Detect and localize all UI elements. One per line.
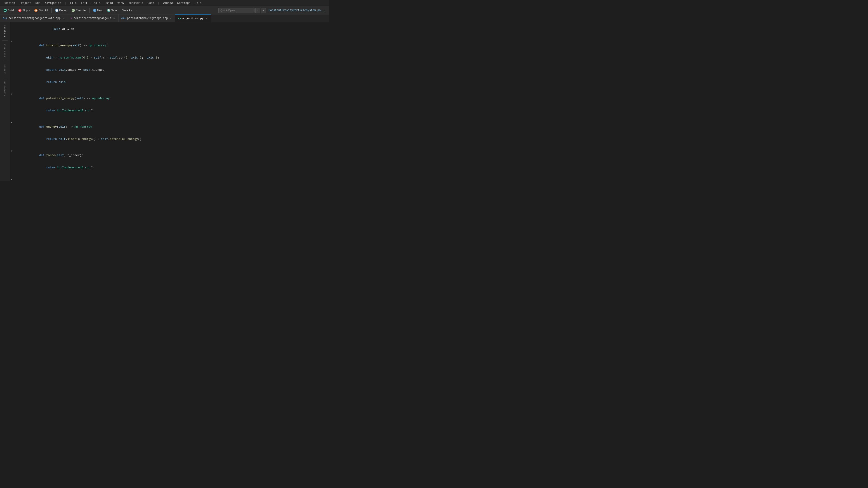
fold-arrow[interactable]: ▼ <box>10 92 13 96</box>
tab-persistentmovingrangeprivate[interactable]: C++ persistentmovingrangeprivate.cpp × <box>0 14 68 22</box>
stop-label: Stop <box>22 9 28 12</box>
toolbar: ▶ Build ■ Stop ▾ ■ Stop All ⬤ Debug ▷ Ex… <box>0 6 329 14</box>
save-label: Save <box>111 9 117 12</box>
menu-sep2: | <box>157 2 160 5</box>
sidebar-divider-1 <box>2 40 8 41</box>
sidebar-label-filesystem: Filesystem <box>4 81 6 96</box>
main-area: Projects Documents Classes Filesystem se… <box>0 22 329 181</box>
menu-settings[interactable]: Settings <box>176 1 192 5</box>
build-button[interactable]: ▶ Build <box>2 8 16 13</box>
code-text: ekin = np.sum(np.sum(0.5 * self.m * self… <box>13 52 327 64</box>
code-text: raise NotImplementedError() <box>13 162 327 174</box>
sidebar-label-documents: Documents <box>4 43 6 57</box>
toolbar-sep1 <box>51 8 52 13</box>
save-icon: 💾 <box>107 9 110 12</box>
nav-back-button[interactable]: ‹ <box>255 8 260 13</box>
fold-arrow[interactable]: ▼ <box>10 149 13 153</box>
debug-button[interactable]: ⬤ Debug <box>53 8 69 13</box>
table-row <box>10 88 329 92</box>
new-icon: + <box>93 9 96 12</box>
table-row: return self.kinetic_energy() + self.pote… <box>10 133 329 145</box>
build-icon: ▶ <box>4 9 7 12</box>
table-row: raise NotImplementedError() <box>10 105 329 117</box>
menu-file[interactable]: File <box>68 1 79 5</box>
table-row: raise NotImplementedError() <box>10 162 329 174</box>
tab-algorithms-py[interactable]: Py algorithms.py × <box>175 14 211 22</box>
menu-navigation[interactable]: Navigation <box>43 1 63 5</box>
menu-help[interactable]: Help <box>193 1 203 5</box>
menu-tools[interactable]: Tools <box>90 1 102 5</box>
tab-icon-h: H <box>71 17 72 20</box>
tab-close-2[interactable]: × <box>113 17 116 20</box>
quick-open-input[interactable] <box>218 8 254 13</box>
tab-icon-cpp1: C++ <box>3 17 7 20</box>
sidebar-icons: Projects Documents Classes Filesystem <box>0 22 10 181</box>
stop-dropdown-icon[interactable]: ▾ <box>29 9 30 11</box>
sidebar-item-classes[interactable]: Classes <box>1 63 9 76</box>
tab-close-1[interactable]: × <box>62 17 65 20</box>
code-content: self.dt = dt ▼ def kinetic_energy(self) … <box>10 23 329 181</box>
menu-run[interactable]: Run <box>34 1 42 5</box>
stop-button[interactable]: ■ Stop ▾ <box>17 8 32 13</box>
menu-edit[interactable]: Edit <box>79 1 89 5</box>
fold-arrow[interactable]: ▼ <box>10 121 13 125</box>
sidebar-divider-3 <box>2 79 8 79</box>
toolbar-more-icon[interactable]: › <box>134 8 137 12</box>
breadcrumb: ConstantGravityParticleSystem.po... <box>267 9 327 12</box>
fold-arrow[interactable]: ▼ <box>10 178 13 181</box>
code-text: def kinetic_energy(self) -> np.ndarray: <box>13 39 327 52</box>
save-as-button[interactable]: Save As <box>120 8 133 13</box>
code-text <box>13 35 327 39</box>
code-text <box>13 117 327 121</box>
code-text: def energy(self) -> np.ndarray: <box>13 121 327 133</box>
tab-label-3: persistentmovingrange.cpp <box>127 17 168 20</box>
code-text <box>13 145 327 149</box>
menu-project[interactable]: Project <box>18 1 33 5</box>
code-text <box>13 174 327 178</box>
sidebar-item-projects[interactable]: Projects <box>1 24 9 38</box>
tab-persistentmovingrange-cpp[interactable]: C++ persistentmovingrange.cpp × <box>119 14 176 22</box>
menu-sep1: | <box>64 2 67 5</box>
menu-bookmarks[interactable]: Bookmarks <box>127 1 145 5</box>
tab-close-4[interactable]: × <box>205 17 208 20</box>
fold-arrow[interactable]: ▼ <box>10 39 13 43</box>
execute-button[interactable]: ▷ Execute <box>70 8 87 13</box>
stop-icon: ■ <box>18 9 22 12</box>
tab-close-3[interactable]: × <box>169 17 172 20</box>
sidebar-item-filesystem[interactable]: Filesystem <box>1 82 9 95</box>
execute-icon: ▷ <box>72 9 75 12</box>
tab-persistentmovingrange-h[interactable]: H persistentmovingrange.h × <box>68 14 119 22</box>
new-label: New <box>97 9 103 12</box>
stop-all-button[interactable]: ■ Stop All <box>33 8 50 13</box>
editor-area[interactable]: self.dt = dt ▼ def kinetic_energy(self) … <box>10 22 329 181</box>
table-row: return ekin <box>10 76 329 88</box>
code-text: def force(self, t_index): <box>13 149 327 162</box>
new-button[interactable]: + New <box>91 8 104 13</box>
code-text: assert ekin.shape == self.t.shape <box>13 64 327 76</box>
menu-session[interactable]: Session <box>2 1 17 5</box>
debug-label: Debug <box>59 9 67 12</box>
tab-icon-py: Py <box>178 17 181 20</box>
execute-label: Execute <box>76 9 86 12</box>
menu-view[interactable]: View <box>116 1 126 5</box>
code-text: raise NotImplementedError() <box>13 105 327 117</box>
table-row: ▼ def energy(self) -> np.ndarray: <box>10 121 329 133</box>
menu-build[interactable]: Build <box>103 1 115 5</box>
sidebar-label-classes: Classes <box>4 64 6 74</box>
sidebar-divider-2 <box>2 60 8 60</box>
toolbar-right: ‹ › ConstantGravityParticleSystem.po... <box>218 8 327 13</box>
sidebar-item-documents[interactable]: Documents <box>1 43 9 57</box>
nav-arrows: ‹ › <box>255 8 266 13</box>
stop-all-label: Stop All <box>38 9 48 12</box>
menu-code[interactable]: Code <box>146 1 156 5</box>
table-row: ▼ def kinetic_energy(self) -> np.ndarray… <box>10 39 329 52</box>
nav-forward-button[interactable]: › <box>261 8 266 13</box>
menu-window[interactable]: Window <box>161 1 175 5</box>
tab-label-1: persistentmovingrangeprivate.cpp <box>8 17 61 20</box>
code-text: return self.kinetic_energy() + self.pote… <box>13 133 327 145</box>
toolbar-sep2 <box>89 8 90 13</box>
table-row <box>10 174 329 178</box>
save-button[interactable]: 💾 Save <box>105 8 119 13</box>
table-row: ▼ def force(self, t_index): <box>10 149 329 162</box>
table-row: self.dt = dt <box>10 23 329 35</box>
